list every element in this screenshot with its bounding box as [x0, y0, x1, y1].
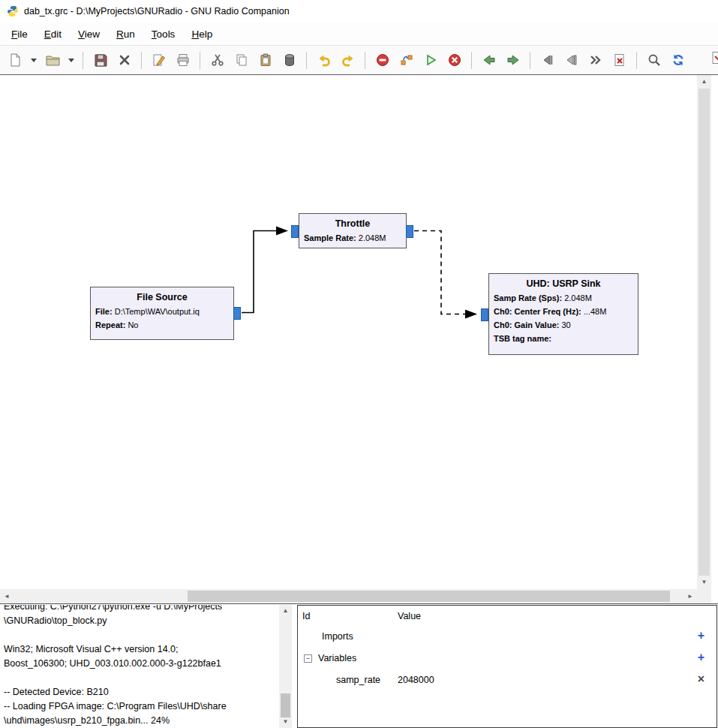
param-key: Samp Rate (Sps):	[494, 293, 562, 302]
scroll-down-icon[interactable]: ▼	[697, 576, 711, 589]
print-icon[interactable]	[173, 50, 193, 71]
delete-icon[interactable]	[279, 50, 299, 71]
variables-header: Id Value	[298, 606, 716, 626]
block-param: File: D:\Temp\WAV\output.iq	[95, 305, 229, 318]
block-param: Samp Rate (Sps): 2.048M	[494, 291, 633, 305]
edit-properties-icon[interactable]	[149, 50, 169, 71]
undo-icon[interactable]	[314, 50, 334, 71]
scrollbar-thumb[interactable]	[188, 591, 670, 602]
toolbar-separator	[141, 52, 142, 69]
block-throttle[interactable]: Throttle Sample Rate: 2.048M	[299, 213, 407, 248]
connection-throttle-usrpsink[interactable]	[414, 231, 465, 314]
connection-arrowhead	[465, 310, 477, 319]
param-key: Ch0: Center Freq (Hz):	[494, 307, 581, 316]
param-key: Ch0: Gain Value:	[494, 320, 559, 329]
disable-block-icon[interactable]	[561, 50, 581, 71]
variables-row-samp-rate[interactable]: samp_rate 2048000 ×	[298, 669, 716, 691]
block-title: File Source	[95, 290, 229, 305]
menu-edit[interactable]: Edit	[36, 26, 70, 43]
window-title: dab_tx.grc - D:\MyProjects\GNURadio - GN…	[24, 6, 290, 17]
kill-icon[interactable]	[444, 50, 464, 71]
scroll-up-icon[interactable]: ▲	[697, 75, 711, 89]
menu-file[interactable]: File	[3, 26, 36, 43]
scroll-right-icon[interactable]: ►	[683, 589, 697, 603]
collapse-expander-icon[interactable]: −	[304, 654, 312, 663]
row-label: Variables	[318, 653, 356, 663]
menu-bar: File Edit View Run Tools Help	[0, 23, 718, 46]
block-uhd-usrp-sink[interactable]: UHD: USRP Sink Samp Rate (Sps): 2.048M C…	[488, 273, 638, 355]
remove-variable-button[interactable]: ×	[698, 672, 704, 686]
block-param: Sample Rate: 2.048M	[304, 231, 401, 245]
open-dropdown-icon[interactable]	[66, 50, 76, 71]
open-file-icon[interactable]	[42, 50, 62, 71]
param-key: File:	[95, 307, 113, 316]
param-value: No	[128, 320, 138, 329]
input-port[interactable]	[481, 308, 488, 321]
toolbar-separator	[306, 52, 307, 69]
new-file-icon[interactable]	[5, 50, 25, 71]
block-title: UHD: USRP Sink	[494, 277, 633, 291]
variables-row-imports[interactable]: Imports +	[298, 626, 716, 648]
connection-filesource-throttle[interactable]	[242, 231, 276, 313]
menu-run[interactable]: Run	[108, 26, 143, 43]
canvas-horizontal-scrollbar[interactable]: ◄ ►	[0, 589, 697, 603]
errors-icon[interactable]	[372, 50, 392, 71]
menu-help[interactable]: Help	[183, 26, 221, 43]
canvas-vertical-scrollbar[interactable]: ▲ ▼	[697, 75, 711, 589]
toolbar-separator	[200, 52, 200, 69]
reload-icon[interactable]	[668, 50, 688, 71]
block-param: Ch0: Gain Value: 30	[494, 318, 633, 332]
cut-icon[interactable]	[207, 50, 227, 71]
toolbar	[0, 46, 718, 75]
console-panel[interactable]: Executing: C:\Python27\python.exe -u D:\…	[3, 605, 278, 728]
block-param: Repeat: No	[95, 318, 229, 332]
forward-icon[interactable]	[503, 50, 523, 71]
console-output: Executing: C:\Python27\python.exe -u D:\…	[4, 605, 227, 728]
toolbar-separator	[83, 52, 83, 69]
scroll-up-icon[interactable]: ▲	[279, 605, 292, 617]
redo-icon[interactable]	[338, 50, 358, 71]
param-value: D:\Temp\WAV\output.iq	[115, 307, 200, 316]
close-icon[interactable]	[114, 50, 134, 71]
add-import-button[interactable]: +	[698, 629, 704, 642]
scrollbar-thumb[interactable]	[698, 89, 710, 576]
paste-icon[interactable]	[255, 50, 275, 71]
menu-view[interactable]: View	[70, 26, 108, 43]
generate-icon[interactable]	[396, 50, 416, 71]
input-port[interactable]	[291, 225, 299, 238]
enable-block-icon[interactable]	[537, 50, 557, 71]
bypass-block-icon[interactable]	[585, 50, 605, 71]
new-dropdown-icon[interactable]	[29, 50, 38, 71]
variable-id: samp_rate	[336, 675, 380, 685]
find-icon[interactable]	[644, 50, 664, 71]
title-bar: dab_tx.grc - D:\MyProjects\GNURadio - GN…	[0, 0, 718, 23]
block-file-source[interactable]: File Source File: D:\Temp\WAV\output.iq …	[90, 287, 234, 340]
scroll-left-icon[interactable]: ◄	[0, 589, 14, 603]
save-icon[interactable]	[90, 50, 110, 71]
clipped-toolbar-icon[interactable]	[710, 50, 718, 71]
back-icon[interactable]	[479, 50, 499, 71]
column-header-value: Value	[398, 611, 421, 621]
column-header-id: Id	[302, 611, 310, 621]
menu-tools[interactable]: Tools	[143, 26, 184, 43]
toolbar-separator	[636, 52, 637, 69]
console-vertical-scrollbar[interactable]: ▲ ▼	[279, 605, 292, 728]
block-title: Throttle	[304, 217, 401, 231]
toolbar-separator	[471, 52, 472, 69]
scrollbar-corner	[697, 589, 711, 603]
variable-value[interactable]: 2048000	[398, 675, 434, 685]
output-port[interactable]	[233, 307, 241, 320]
flowgraph-canvas[interactable]: File Source File: D:\Temp\WAV\output.iq …	[0, 75, 697, 589]
flowgraph-errors-icon[interactable]	[609, 50, 629, 71]
scrollbar-thumb[interactable]	[281, 693, 290, 717]
output-port[interactable]	[406, 225, 413, 238]
python-app-icon	[7, 5, 19, 17]
variables-row-variables[interactable]: − Variables +	[298, 648, 716, 669]
param-value: 30	[561, 320, 570, 329]
scroll-down-icon[interactable]: ▼	[279, 716, 292, 728]
run-icon[interactable]	[420, 50, 440, 71]
param-key: TSB tag name:	[494, 334, 551, 343]
param-value: 2.048M	[359, 233, 386, 242]
add-variable-button[interactable]: +	[698, 651, 704, 664]
copy-icon[interactable]	[231, 50, 251, 71]
